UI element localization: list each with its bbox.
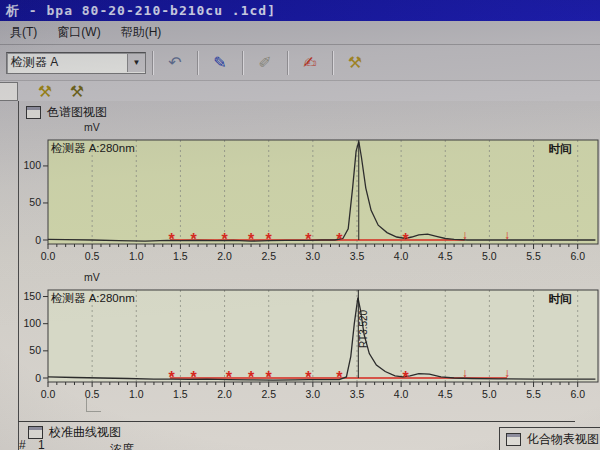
time-axis-label: 时间	[549, 293, 572, 305]
x-tick-label: 1.5	[173, 250, 188, 262]
secondary-toolbar: ⚒ ⚒	[0, 81, 600, 101]
plot-background	[48, 140, 598, 244]
wizard-pen-icon[interactable]: ✎	[207, 51, 233, 75]
menu-bar: 具(T) 窗口(W) 帮助(H)	[0, 21, 600, 45]
edit-method-icon[interactable]: ✍	[297, 51, 323, 75]
baseline-tool-icon[interactable]: ⚒	[64, 79, 90, 103]
peak-start-marker: *	[305, 369, 312, 386]
x-tick-label: 4.5	[438, 388, 453, 400]
resize-corner	[86, 398, 101, 412]
calibration-panel-title: 校准曲线视图	[49, 424, 121, 441]
y-tick-label: 50	[29, 196, 41, 208]
peak-start-marker: *	[168, 231, 175, 248]
data-report-icon[interactable]: ⚒	[342, 51, 368, 75]
y-axis-units-label: mV	[84, 121, 100, 133]
chromatogram-plot-bottom[interactable]: 0.00.51.01.52.02.53.03.54.04.55.05.56.00…	[0, 270, 600, 415]
event-arrow-marker: ↓	[504, 228, 510, 242]
toolbar-separator	[287, 51, 288, 75]
x-tick-label: 4.0	[394, 250, 409, 262]
peak-start-marker: *	[226, 369, 233, 386]
y-tick-label: 0	[35, 372, 41, 384]
calibration-axis-label: 浓度	[110, 441, 134, 450]
peak-start-marker: *	[305, 231, 312, 248]
x-tick-label: 2.5	[261, 388, 276, 400]
x-tick-label: 3.5	[350, 388, 365, 400]
x-tick-label: 1.0	[129, 388, 144, 400]
peak-start-marker: *	[191, 231, 198, 248]
detector-channel-label: 检测器 A:280nm	[50, 142, 135, 154]
x-tick-label: 2.5	[261, 250, 276, 262]
detector-channel-label: 检测器 A:280nm	[50, 292, 135, 304]
detector-dropdown-value: 检测器 A	[7, 54, 127, 71]
y-axis-units-label: mV	[84, 271, 100, 283]
x-tick-label: 6.0	[570, 250, 585, 262]
x-tick-label: 2.0	[217, 388, 232, 400]
y-tick-label: 100	[23, 159, 41, 171]
integration-tool-icon[interactable]: ⚒	[32, 79, 58, 103]
menu-tools[interactable]: 具(T)	[0, 21, 47, 44]
x-tick-label: 6.0	[570, 388, 585, 400]
restore-window-icon[interactable]	[506, 433, 521, 446]
y-tick-label: 50	[29, 344, 41, 356]
y-tick-label: 150	[23, 290, 41, 302]
chromatogram-plot-top[interactable]: 0.00.51.01.52.02.53.03.54.04.55.05.56.00…	[0, 118, 600, 270]
undo-icon[interactable]: ↶	[162, 51, 188, 75]
toolbar-separator	[332, 51, 333, 75]
toolbar-separator	[242, 51, 243, 75]
x-tick-label: 0.0	[41, 388, 56, 400]
x-tick-label: 5.0	[482, 250, 497, 262]
rt-peak-label: RT3.520	[358, 309, 369, 348]
x-tick-label: 5.0	[482, 388, 497, 400]
menu-window[interactable]: 窗口(W)	[47, 21, 110, 44]
peak-start-marker: *	[168, 369, 175, 386]
x-tick-label: 5.5	[526, 250, 541, 262]
window-title: 析 - bpa 80-20-210-b210cu .1cd]	[0, 2, 276, 20]
menu-help[interactable]: 帮助(H)	[111, 21, 172, 44]
x-tick-label: 0.5	[85, 250, 100, 262]
calibration-row-marker: #	[19, 438, 26, 450]
event-arrow-marker: ↓	[462, 366, 468, 380]
peak-start-marker: *	[336, 231, 343, 248]
peak-start-marker: *	[402, 231, 409, 248]
x-tick-label: 2.0	[217, 250, 232, 262]
toolbar-separator	[152, 51, 153, 75]
peak-start-marker: *	[191, 369, 198, 386]
toolbar-separator	[197, 51, 198, 75]
peak-start-marker: *	[248, 231, 255, 248]
chevron-down-icon[interactable]: ▼	[127, 54, 145, 72]
peak-start-marker: *	[221, 231, 228, 248]
x-tick-label: 5.5	[526, 388, 541, 400]
peak-start-marker: *	[266, 369, 273, 386]
detector-dropdown[interactable]: 检测器 A ▼	[6, 52, 146, 74]
peak-start-marker: *	[402, 369, 409, 386]
peak-start-marker: *	[336, 369, 343, 386]
x-tick-label: 4.0	[394, 388, 409, 400]
manual-integration-icon[interactable]: ✐	[252, 51, 278, 75]
x-tick-label: 0.0	[41, 250, 56, 262]
x-tick-label: 4.5	[438, 250, 453, 262]
window-titlebar: 析 - bpa 80-20-210-b210cu .1cd]	[0, 0, 600, 21]
compound-table-panel-header: 化合物表视图	[499, 427, 600, 450]
x-tick-label: 1.0	[129, 250, 144, 262]
event-arrow-marker: ↓	[504, 366, 510, 380]
time-axis-label: 时间	[549, 143, 572, 155]
x-tick-label: 1.5	[173, 388, 188, 400]
calibration-row-number: 1	[38, 438, 45, 450]
y-tick-label: 100	[23, 317, 41, 329]
bottom-divider	[18, 421, 575, 422]
partial-button[interactable]	[0, 82, 18, 101]
event-arrow-marker: ↓	[462, 228, 468, 242]
y-tick-label: 0	[35, 234, 41, 246]
x-tick-label: 3.0	[306, 388, 321, 400]
compound-table-panel-title: 化合物表视图	[527, 431, 599, 448]
x-tick-label: 3.0	[306, 250, 321, 262]
x-tick-label: 3.5	[350, 250, 365, 262]
peak-start-marker: *	[248, 369, 255, 386]
peak-start-marker: *	[266, 231, 273, 248]
main-toolbar: 检测器 A ▼ ↶ ✎ ✐ ✍ ⚒	[0, 45, 600, 81]
